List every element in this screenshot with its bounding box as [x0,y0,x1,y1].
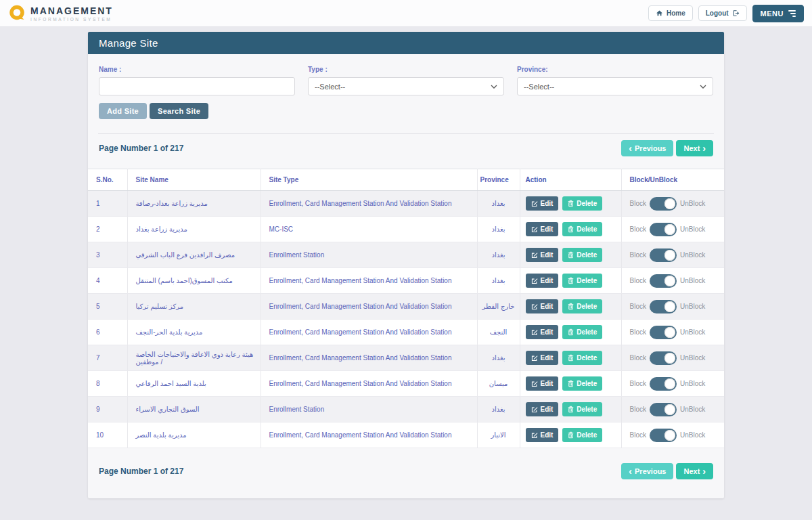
next-label: Next [683,467,700,475]
delete-button[interactable]: Delete [562,325,602,339]
edit-icon [531,226,538,233]
row-province: بغداد [477,397,520,422]
name-input[interactable] [99,77,295,95]
block-toggle[interactable] [650,274,677,288]
row-sno: 3 [88,242,127,268]
type-select[interactable]: --Select-- [308,77,504,95]
previous-button[interactable]: ‹ Previous [621,463,673,479]
row-province: النجف [477,320,520,345]
chevron-left-icon: ‹ [629,145,632,152]
block-toggle[interactable] [650,248,677,262]
edit-button[interactable]: Edit [526,325,559,339]
edit-button[interactable]: Edit [526,274,559,288]
previous-button[interactable]: ‹ Previous [621,140,673,156]
block-label: Block [630,200,646,207]
block-toggle[interactable] [650,300,677,313]
block-label: Block [630,277,646,284]
edit-button[interactable]: Edit [526,196,559,211]
delete-button[interactable]: Delete [562,222,602,236]
delete-button[interactable]: Delete [562,428,602,442]
delete-button[interactable]: Delete [562,351,602,365]
table-header-row: S.No. Site Name Site Type Province Actio… [88,169,724,191]
menu-button[interactable]: MENU [752,5,804,22]
type-select-value: --Select-- [315,83,345,91]
province-select[interactable]: --Select-- [517,77,713,95]
row-site-type: Enrollment, Card Management Station And … [261,422,477,448]
province-select-value: --Select-- [524,83,554,91]
edit-button[interactable]: Edit [526,299,559,313]
delete-button[interactable]: Delete [562,196,602,211]
trash-icon [568,380,574,387]
add-site-button[interactable]: Add Site [99,103,147,119]
block-label: Block [630,225,646,233]
edit-button[interactable]: Edit [526,402,559,416]
unblock-label: UnBlock [680,251,705,259]
block-toggle[interactable] [650,351,677,365]
header-sno: S.No. [88,169,127,191]
search-site-button[interactable]: Search Site [150,103,208,119]
logout-button[interactable]: Logout [698,5,747,21]
header-site-type: Site Type [261,169,477,191]
delete-button[interactable]: Delete [562,402,602,416]
menu-label: MENU [761,9,784,18]
block-label: Block [630,380,646,387]
delete-button[interactable]: Delete [562,299,602,313]
trash-icon [568,251,574,259]
trash-icon [568,200,574,207]
row-site-name: بلدية السيد احمد الرفاعي [127,371,261,397]
block-toggle[interactable] [650,403,677,416]
delete-button[interactable]: Delete [562,274,602,288]
edit-icon [531,200,538,207]
delete-button[interactable]: Delete [562,376,602,391]
edit-button[interactable]: Edit [526,248,559,262]
block-label: Block [630,303,646,310]
edit-button[interactable]: Edit [526,222,559,236]
toggle-knob [664,250,675,261]
row-sno: 8 [88,371,127,397]
logo-q-icon [8,4,26,22]
page-title: Manage Site [88,32,724,54]
block-label: Block [630,251,646,259]
block-toggle[interactable] [650,326,677,339]
row-province: بغداد [477,345,520,371]
edit-button[interactable]: Edit [526,376,559,391]
row-site-name: مديرية زراعة بغداد [127,217,261,242]
toggle-knob [664,276,675,286]
edit-icon [531,432,538,439]
next-button[interactable]: Next › [676,140,713,156]
trash-icon [568,277,574,284]
home-button[interactable]: Home [648,5,693,21]
search-form: Name : Type : --Select-- Province: --Sel… [88,54,724,95]
block-toggle[interactable] [650,223,677,236]
trash-icon [568,225,574,233]
edit-button[interactable]: Edit [526,351,559,365]
row-province: بغداد [477,242,520,268]
unblock-label: UnBlock [680,225,705,233]
delete-button[interactable]: Delete [562,248,602,262]
unblock-label: UnBlock [680,277,705,284]
table-row: 4 مكتب المسوق(احمد باسم) المتنقل Enrollm… [88,268,724,294]
row-site-type: Enrollment, Card Management Station And … [261,345,477,371]
row-site-name: مركز تسليم تركيا [127,294,261,320]
row-sno: 6 [88,320,127,345]
block-label: Block [630,354,646,362]
row-site-name: السوق التجاري الاسراء [127,397,261,422]
next-button[interactable]: Next › [676,463,713,479]
table-row: 6 مديرية بلدية الحر-النجف Enrollment, Ca… [88,320,724,345]
row-sno: 10 [88,422,127,448]
edit-button[interactable]: Edit [526,428,559,442]
divider [98,133,714,134]
row-site-name: مديرية بلدية الحر-النجف [127,320,261,345]
block-toggle[interactable] [650,197,677,211]
block-toggle[interactable] [650,429,677,442]
block-label: Block [630,431,646,439]
edit-icon [531,303,538,310]
trash-icon [568,406,574,413]
table-row: 3 مصرف الرافدين فرع الباب الشرقي Enrollm… [88,242,724,268]
block-toggle[interactable] [650,377,677,391]
chevron-down-icon [700,85,706,89]
table-row: 7 هيئة رعاية ذوي الاعاقة والاحتياجات الخ… [88,345,724,371]
block-label: Block [630,406,646,413]
row-sno: 9 [88,397,127,422]
home-label: Home [667,9,685,17]
